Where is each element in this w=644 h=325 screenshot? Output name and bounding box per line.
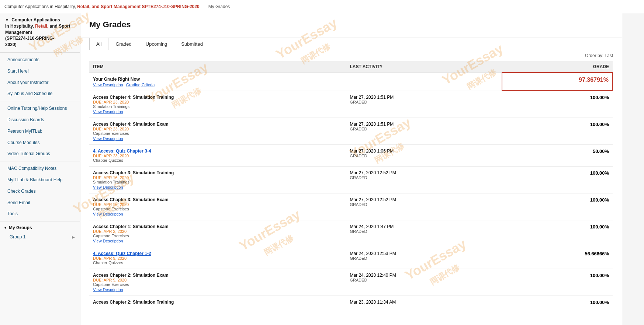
graded-status: GRADED — [350, 175, 498, 180]
last-activity-cell: Mar 23, 2020 11:34 AM — [346, 296, 502, 309]
grade-cell: 100.00% — [502, 193, 613, 220]
tab-graded[interactable]: Graded — [108, 38, 138, 50]
graded-status: GRADED — [350, 100, 498, 104]
item-category: Capstone Exercises — [93, 131, 342, 136]
item-links: View DescriptionGrading Criteria — [93, 83, 342, 87]
sidebar-group-item-1[interactable]: Group 1 ▶ — [0, 233, 80, 241]
item-link[interactable]: View Description — [93, 185, 123, 189]
graded-status: GRADED — [350, 202, 498, 207]
sidebar-item-pearson[interactable]: Pearson MyITLab — [0, 126, 80, 137]
item-link[interactable]: View Description — [93, 109, 123, 114]
last-activity-cell: Mar 24, 2020 12:53 PMGRADED — [346, 247, 502, 269]
sidebar-item-tools[interactable]: Tools — [0, 208, 80, 220]
graded-status: GRADED — [350, 278, 498, 282]
grade-tabs: All Graded Upcoming Submitted — [80, 38, 622, 50]
item-category: Simulation Trainings — [93, 104, 342, 109]
grade-table-body: Your Grade Right NowView DescriptionGrad… — [89, 73, 613, 309]
item-link[interactable]: View Description — [93, 83, 123, 87]
item-due: DUE: APR 16, 2020 — [93, 202, 342, 207]
item-cell: Access Chapter 3: Simulation TrainingDUE… — [89, 166, 346, 193]
item-title: Access Chapter 3: Simulation Exam — [93, 197, 342, 202]
grade-cell: 100.00% — [502, 91, 613, 118]
page-title: My Grades — [89, 20, 613, 29]
item-title: Access Chapter 2: Simulation Training — [93, 300, 342, 305]
main-content: My Grades All Graded Upcoming Submitted … — [80, 13, 622, 325]
collapse-arrow: ▼ — [5, 18, 9, 23]
item-due: DUE: APR 16, 2020 — [93, 175, 342, 180]
item-title[interactable]: 4. Access: Quiz Chapter 1-2 — [93, 251, 342, 256]
grade-cell: 100.00% — [502, 296, 613, 309]
item-category: Chapter Quizzes — [93, 158, 342, 162]
last-activity-date: Mar 27, 2020 12:52 PM — [350, 197, 498, 202]
order-by-label: Order by: — [585, 53, 603, 58]
item-link[interactable]: View Description — [93, 287, 123, 292]
grade-table: ITEM LAST ACTIVITY GRADE Your Grade Righ… — [89, 61, 613, 309]
item-title: Access Chapter 4: Simulation Exam — [93, 122, 342, 127]
item-title[interactable]: 4. Access: Quiz Chapter 3-4 — [93, 148, 342, 154]
last-activity-date: Mar 24, 2020 1:47 PM — [350, 224, 498, 229]
item-cell: Access Chapter 4: Simulation ExamDUE: AP… — [89, 118, 346, 144]
last-activity-date: Mar 24, 2020 12:40 PM — [350, 273, 498, 278]
last-activity-date: Mar 23, 2020 11:34 AM — [350, 300, 498, 305]
last-activity-date: Mar 24, 2020 12:53 PM — [350, 251, 498, 256]
col-last-activity: LAST ACTIVITY — [346, 61, 502, 73]
sidebar-item-mac-compat[interactable]: MAC Compatibility Notes — [0, 163, 80, 174]
table-row: Access Chapter 3: Simulation ExamDUE: AP… — [89, 193, 613, 220]
grade-cell: 100.00% — [502, 118, 613, 144]
sidebar-item-send-email[interactable]: Send Email — [0, 197, 80, 209]
table-row: Your Grade Right NowView DescriptionGrad… — [89, 73, 613, 91]
last-activity-date: Mar 27, 2020 1:06 PM — [350, 148, 498, 154]
sidebar-item-myitlab-help[interactable]: MyITLab & Blackboard Help — [0, 174, 80, 186]
sidebar-item-video-tutorials[interactable]: Video Tutorial Groups — [0, 148, 80, 160]
highlight-retail: Retail, — [35, 24, 48, 29]
last-activity-cell — [346, 73, 502, 91]
item-link[interactable]: View Description — [93, 136, 123, 141]
item-link[interactable]: View Description — [93, 239, 123, 243]
item-links: View Description — [93, 185, 342, 189]
tab-all[interactable]: All — [89, 38, 108, 50]
breadcrumb: My Grades — [208, 4, 230, 9]
item-category: Capstone Exercises — [93, 207, 342, 211]
table-row: Access Chapter 3: Simulation TrainingDUE… — [89, 166, 613, 193]
item-title: Access Chapter 1: Simulation Exam — [93, 224, 342, 229]
grade-cell: 50.00% — [502, 144, 613, 166]
sidebar-item-course-modules[interactable]: Course Modules — [0, 137, 80, 148]
item-category: Chapter Quizzes — [93, 261, 342, 265]
item-link[interactable]: View Description — [93, 212, 123, 216]
item-title: Your Grade Right Now — [93, 77, 342, 82]
sidebar-item-announcements[interactable]: Announcements — [0, 54, 80, 66]
item-cell: Access Chapter 2: Simulation ExamDUE: AP… — [89, 269, 346, 296]
graded-status: GRADED — [350, 229, 498, 234]
item-cell: Access Chapter 1: Simulation ExamDUE: AP… — [89, 220, 346, 247]
item-title: Access Chapter 2: Simulation Exam — [93, 273, 342, 278]
item-due: DUE: APR 9, 2020 — [93, 256, 342, 261]
sidebar-item-about-instructor[interactable]: About your Instructor — [0, 77, 80, 88]
table-row: 4. Access: Quiz Chapter 1-2DUE: APR 9, 2… — [89, 247, 613, 269]
divider-4 — [0, 221, 80, 221]
sidebar-item-discussion[interactable]: Discussion Boards — [0, 114, 80, 126]
table-row: 4. Access: Quiz Chapter 3-4DUE: APR 23, … — [89, 144, 613, 166]
course-name: Computer Applicationsin Hospitality, Ret… — [5, 17, 70, 47]
highlight-text: Retail, and Sport Management SPTE274-J10… — [77, 4, 199, 9]
sidebar: ▼ Computer Applicationsin Hospitality, R… — [0, 13, 80, 325]
my-groups-arrow: ▼ — [4, 226, 7, 230]
item-cell: Access Chapter 4: Simulation TrainingDUE… — [89, 91, 346, 118]
item-cell: 4. Access: Quiz Chapter 1-2DUE: APR 9, 2… — [89, 247, 346, 269]
sidebar-item-tutoring[interactable]: Online Tutoring/Help Sessions — [0, 103, 80, 114]
item-link[interactable]: Grading Criteria — [126, 83, 155, 87]
graded-status: GRADED — [350, 154, 498, 158]
table-row: Access Chapter 1: Simulation ExamDUE: AP… — [89, 220, 613, 247]
item-links: View Description — [93, 136, 342, 141]
sidebar-item-syllabus[interactable]: Syllabus and Schedule — [0, 88, 80, 99]
sidebar-item-check-grades[interactable]: Check Grades — [0, 186, 80, 197]
item-links: View Description — [93, 239, 342, 243]
sidebar-course-title[interactable]: ▼ Computer Applicationsin Hospitality, R… — [0, 13, 80, 51]
divider-2 — [0, 101, 80, 101]
item-cell: Access Chapter 3: Simulation ExamDUE: AP… — [89, 193, 346, 220]
my-groups-header[interactable]: ▼ My Groups — [0, 223, 80, 233]
tab-upcoming[interactable]: Upcoming — [139, 38, 174, 50]
last-activity-cell: Mar 24, 2020 12:40 PMGRADED — [346, 269, 502, 296]
tab-submitted[interactable]: Submitted — [174, 38, 210, 50]
sidebar-item-start-here[interactable]: Start Here! — [0, 66, 80, 77]
main-layout: ▼ Computer Applicationsin Hospitality, R… — [0, 13, 644, 325]
